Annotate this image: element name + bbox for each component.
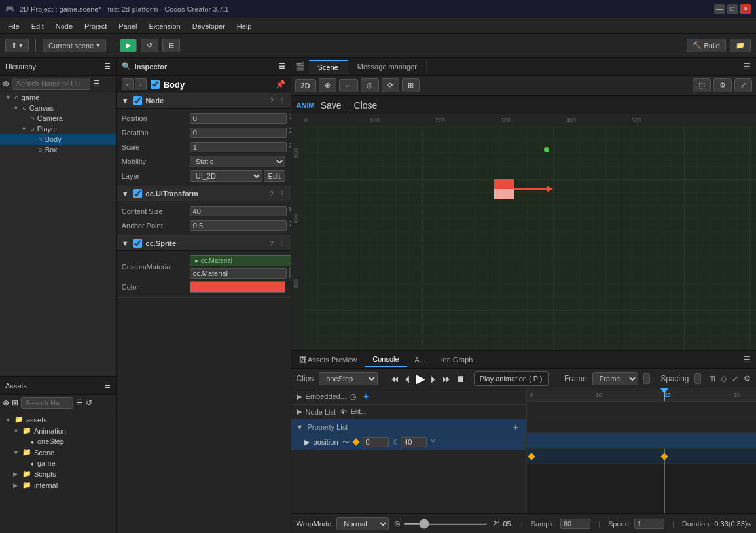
material-pick-button[interactable]: ⊞ [289,267,291,279]
node-enabled-checkbox[interactable] [133,96,142,105]
next-frame-button[interactable]: ⏵ [428,372,440,385]
assets-item-internal[interactable]: ▶ 📁 internal [0,479,116,490]
nav-back[interactable]: ‹ [122,78,134,90]
2d-mode-button[interactable]: 2D [295,79,316,92]
frame-number-input[interactable] [643,373,650,384]
position-x-input[interactable]: 0 [190,113,287,124]
menu-node[interactable]: Node [50,21,78,31]
tab-assets-preview[interactable]: 🖼 Assets Preview [291,353,365,366]
prop-y-input[interactable] [401,437,427,447]
maximize-button[interactable]: □ [727,4,738,14]
sprite-header[interactable]: ▼ cc.Sprite ? ⋮ [117,236,291,251]
scene-panel-menu[interactable]: ☰ [738,62,756,71]
minimize-button[interactable]: — [714,4,725,14]
assets-menu-icon[interactable]: ☰ [104,381,111,390]
layer-select[interactable]: UI_2D [190,170,262,182]
hierarchy-add-icon[interactable]: ⊕ [3,79,9,88]
menu-project[interactable]: Project [79,21,112,31]
keyframe-del-icon[interactable]: ◇ [721,374,727,383]
node-section-header[interactable]: ▼ Node ? ⋮ [117,94,291,109]
sample-input[interactable] [560,519,590,529]
timeline-settings-icon[interactable]: ⚙ [744,374,751,383]
hierarchy-menu-icon[interactable]: ☰ [104,62,111,71]
anim-close-button[interactable]: Close [352,100,380,111]
play-button[interactable]: ▶ [120,39,137,52]
tab-console[interactable]: Console [365,352,406,367]
play-anim-button[interactable]: ▶ [415,370,427,387]
assets-refresh-icon[interactable]: ↺ [86,398,92,407]
anchor-x-input[interactable] [190,220,287,231]
menu-developer[interactable]: Developer [187,21,230,31]
layout-button[interactable]: ⊞ [162,39,180,52]
embedded-header[interactable]: ▶ Embedded... ◷ + [291,388,526,404]
sprite-more-icon[interactable]: ⋮ [278,239,285,248]
assets-item-onestep[interactable]: ⬥ oneStep [0,436,116,447]
scene-selector[interactable]: Current scene ▾ [43,39,106,52]
stop-button[interactable]: ⏹ [454,372,466,385]
menu-file[interactable]: File [3,21,25,31]
snap-button[interactable]: ⊞ [402,78,420,92]
material-input[interactable] [190,268,287,279]
scene-settings-button[interactable]: ⚙ [713,78,732,92]
inspector-menu-icon[interactable]: ☰ [279,62,285,71]
tree-item-player[interactable]: ▼ ○ Player [0,124,116,134]
gizmo-button[interactable]: ⊕ [319,78,336,92]
prop-x-input[interactable] [363,437,389,447]
node-list-eye-icon[interactable]: 👁 [340,408,347,416]
inspector-lock-icon[interactable]: 📌 [276,80,285,89]
cursor-tool[interactable]: ⬆ ▾ [5,39,29,52]
hierarchy-list-icon[interactable]: ☰ [93,79,100,88]
tree-item-box[interactable]: ○ Box [0,145,116,155]
mobility-select[interactable]: Static [190,156,285,167]
menu-extension[interactable]: Extension [143,21,185,31]
assets-item-animation[interactable]: ▼ 📁 Animation [0,425,116,436]
uitransform-more-icon[interactable]: ⋮ [278,190,285,198]
assets-add-icon[interactable]: ⊕ [3,398,9,407]
layer-edit-button[interactable]: Edit [264,170,285,182]
camera-reset-button[interactable]: ⬚ [693,78,711,92]
scene-view[interactable]: 0 100 200 300 400 500 600 400 200 0 [291,114,756,350]
sprite-enabled-checkbox[interactable] [133,239,142,248]
node-list-header[interactable]: ▶ Node List 👁 Ent... [291,405,526,419]
tree-item-game[interactable]: ▼ ○ game [0,92,116,103]
add-property-button[interactable]: + [510,422,520,432]
color-swatch[interactable] [190,281,285,293]
tree-item-camera[interactable]: ○ Camera [0,113,116,124]
timeline-expand-icon[interactable]: ⤢ [732,374,738,383]
keyframe-diamond[interactable] [352,438,359,445]
add-embedded-button[interactable]: + [361,391,371,402]
tab-message-manager[interactable]: Message manager [348,60,427,73]
assets-item-game[interactable]: ⬥ game [0,458,116,468]
node-help-icon[interactable]: ? [270,97,274,105]
wrapmode-select[interactable]: Normal [336,517,389,530]
assets-item-assets[interactable]: ▼ 📁 assets [0,414,116,425]
local-button[interactable]: ⟳ [382,78,399,92]
content-size-w-input[interactable] [190,206,287,216]
time-slider[interactable] [403,523,488,525]
menu-edit[interactable]: Edit [26,21,49,31]
sprite-help-icon[interactable]: ? [270,239,274,247]
last-frame-button[interactable]: ⏭ [441,372,453,385]
property-list-header[interactable]: ▼ Property List + [291,419,526,435]
folder-button[interactable]: 📁 [730,39,751,52]
rotation-z-input[interactable]: 0 [190,128,287,138]
first-frame-button[interactable]: ⏮ [389,372,401,385]
frame-mode-select[interactable]: Frame [592,372,638,385]
refresh-button[interactable]: ↺ [141,39,158,52]
assets-item-scene[interactable]: ▼ 📁 Scene [0,447,116,458]
pivot-button[interactable]: ◎ [361,78,379,92]
uitransform-enabled-checkbox[interactable] [133,189,142,198]
tab-ion-graph[interactable]: ion Graph [433,353,480,366]
tab-scene[interactable]: Scene [309,60,348,74]
scene-expand-button[interactable]: ⤢ [734,78,752,92]
prev-frame-button[interactable]: ⏴ [402,372,414,385]
keyframe-add-icon[interactable]: ⊞ [709,374,715,383]
scale-x-input[interactable] [190,142,287,152]
nav-forward[interactable]: › [135,78,147,90]
close-button[interactable]: ✕ [740,4,751,14]
prop-curve-icon[interactable]: 〜 [342,438,350,447]
tree-item-body[interactable]: ○ Body [0,134,116,145]
keyframe-0[interactable] [528,453,535,460]
assets-filter-icon[interactable]: ☰ [76,398,83,407]
uitransform-header[interactable]: ▼ cc.UITransform ? ⋮ [117,186,291,201]
